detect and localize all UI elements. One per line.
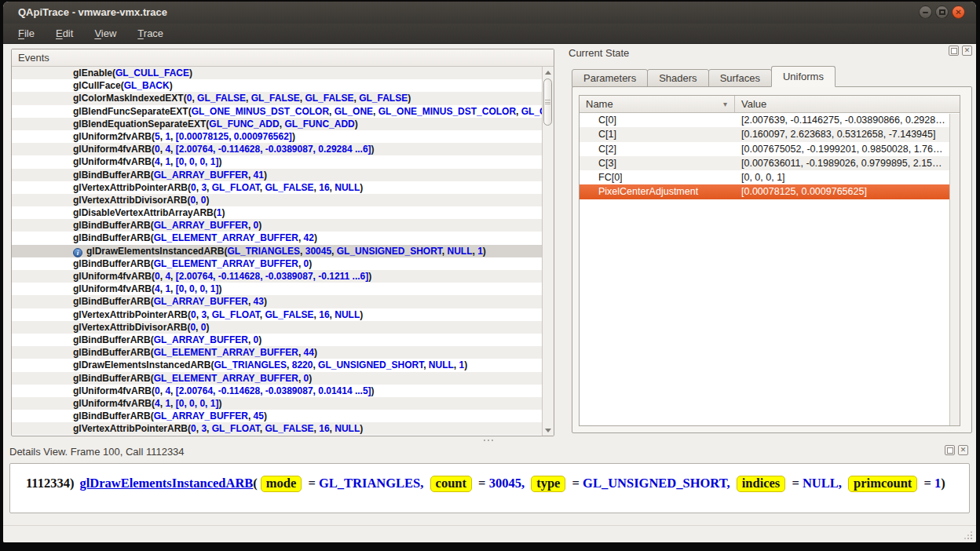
menu-trace[interactable]: Trace [137,27,163,39]
uniform-row[interactable]: C[0][2.007639, -0.1146275, -0.03890866, … [580,113,949,127]
uniform-row[interactable]: FC[0][0, 0, 0, 1] [580,170,949,184]
event-row[interactable]: glUniform4fvARB(0, 4, [2.00764, -0.11462… [12,270,542,283]
event-row[interactable]: glVertexAttribPointerARB(0, 3, GL_FLOAT,… [12,422,542,435]
event-argument: 0 [191,423,196,434]
event-argument: 43 [254,296,264,307]
event-row[interactable]: glVertexAttribPointerARB(0, 3, GL_FLOAT,… [12,308,542,321]
uniform-row[interactable]: C[3][0.007636011, -0.1989026, 0.9799895,… [580,156,949,170]
scroll-down-button[interactable] [543,425,554,436]
menu-file[interactable]: File [18,27,35,39]
events-column-header[interactable]: Events [12,49,554,67]
event-row[interactable]: iglDrawElementsInstancedARB(GL_TRIANGLES… [12,245,542,257]
dock-close-button[interactable]: ✕ [962,46,972,56]
event-row[interactable]: glColorMaskIndexedEXT(0, GL_FALSE, GL_FA… [12,92,542,104]
call-number: 1112334) [26,476,74,491]
event-function: glVertexAttribDivisorARB [73,195,187,206]
punctuation: ) [941,476,945,491]
event-function: glBindBufferARB [73,373,151,384]
event-row[interactable]: glUniform2fvARB(5, 1, [0.00078125, 0.000… [12,130,542,143]
call-function-link[interactable]: glDrawElementsInstancedARB [79,476,253,491]
param-value: GL_UNSIGNED_SHORT, [583,476,733,491]
details-float-button[interactable] [945,445,955,455]
tab-uniforms[interactable]: Uniforms [771,66,836,87]
event-row[interactable]: glBlendEquationSeparateEXT(GL_FUNC_ADD, … [12,118,542,130]
event-row[interactable]: glBindBufferARB(GL_ELEMENT_ARRAY_BUFFER,… [12,346,542,359]
event-row[interactable]: glBindBufferARB(GL_ARRAY_BUFFER, 41) [12,169,542,181]
titlebar[interactable]: QApiTrace - vmware-vmx.trace ✕ [3,2,976,24]
minimize-button[interactable] [919,5,932,19]
event-row[interactable]: glBindBufferARB(GL_ELEMENT_ARRAY_BUFFER,… [12,372,542,385]
scroll-up-button[interactable] [543,67,554,78]
punctuation: ) [314,347,317,358]
event-row[interactable]: glCullFace(GL_BACK) [12,79,542,92]
event-row[interactable]: glBlendFuncSeparateEXT(GL_ONE_MINUS_DST_… [12,105,542,118]
punctuation: , [373,106,378,117]
event-row[interactable]: glVertexAttribPointerARB(0, 3, GL_FLOAT,… [12,181,542,194]
event-row[interactable]: glBindBufferARB(GL_ARRAY_BUFFER, 0) [12,334,542,346]
event-row[interactable]: glBindBufferARB(GL_ELEMENT_ARRAY_BUFFER,… [12,232,542,244]
punctuation: ) [218,398,221,409]
event-row[interactable]: glDisableVertexAttribArrayARB(1) [12,206,542,219]
punctuation: ) [264,296,267,307]
event-function: glDrawElementsInstancedARB [73,359,210,370]
uniform-row[interactable]: C[1][0.160097, 2.623683, 0.5312658, -7.1… [580,127,949,141]
menu-edit[interactable]: Edit [56,27,73,39]
event-row[interactable]: glUniform4fvARB(4, 1, [0, 0, 0, 1]) [12,397,542,410]
event-row[interactable]: glBindBufferARB(GL_ARRAY_BUFFER, 45) [12,410,542,422]
event-row[interactable]: glDrawElementsInstancedARB(GL_TRIANGLES,… [12,359,542,371]
maximize-button[interactable] [935,5,949,19]
punctuation: , [246,93,251,104]
event-row[interactable]: glEnable(GL_CULL_FACE) [12,67,542,79]
splitter-handle[interactable] [484,440,493,441]
event-argument: GL_ARRAY_BUFFER [154,411,248,421]
event-argument: GL_FUNC_ADD [284,119,354,130]
event-argument: GL_ARRAY_BUFFER [154,170,248,181]
scrollbar-thumb[interactable] [543,78,552,126]
column-header-value[interactable]: Value [735,96,960,112]
event-row[interactable]: glUniform4fvARB(0, 4, [2.00764, -0.11462… [12,385,542,397]
event-argument: 0 [191,182,196,193]
event-argument: GL_ONE [335,106,373,117]
punctuation: , [170,131,176,142]
punctuation: ) [218,156,221,167]
tab-shaders[interactable]: Shaders [647,69,708,87]
event-row[interactable]: glUniform4fvARB(0, 4, [2.00764, -0.11462… [12,143,542,155]
details-close-button[interactable]: ✕ [958,445,968,455]
punctuation: , [207,182,212,193]
uniforms-table: Name ▾ Value C[0][2.007639, -0.1146275, … [579,95,960,426]
event-row[interactable]: glVertexAttribDivisorARB(0, 0) [12,321,542,334]
event-row[interactable]: glUniform4fvARB(4, 1, [0, 0, 0, 1]) [12,155,542,168]
uniforms-scrollbar[interactable] [949,114,960,425]
current-state-panel: Current State ✕ ParametersShadersSurface… [564,46,975,438]
tab-parameters[interactable]: Parameters [572,69,648,87]
tab-surfaces[interactable]: Surfaces [708,69,772,87]
event-argument: 0 [155,385,160,396]
event-argument: 41 [254,170,264,181]
punctuation: , [248,296,254,307]
resize-grip[interactable] [963,530,972,539]
event-argument: GL_ELEMENT_ARRAY_BUFFER [154,258,298,269]
event-row[interactable]: glBindBufferARB(GL_ARRAY_BUFFER, 43) [12,295,542,308]
uniform-value: [0.160097, 2.623683, 0.5312658, -7.14394… [735,127,949,141]
param-name-highlight: type [531,476,565,492]
punctuation: , [207,423,212,434]
menu-view[interactable]: View [94,27,116,39]
event-argument: 0 [155,271,160,282]
events-scrollbar[interactable] [542,67,554,436]
uniform-row[interactable]: C[2][0.007675052, -0.1999201, 0.9850028,… [580,142,949,156]
punctuation: , [298,232,304,243]
param-value: 30045, [489,476,528,491]
event-row[interactable]: glUniform4fvARB(4, 1, [0, 0, 0, 1]) [12,283,542,295]
punctuation: ) [371,144,375,155]
column-header-name[interactable]: Name ▾ [580,96,735,112]
punctuation: ) [360,423,363,434]
uniform-name: C[3] [580,156,735,170]
close-button[interactable]: ✕ [952,5,965,19]
dock-float-button[interactable] [949,46,959,56]
uniform-row[interactable]: PixelCenterAdjustment[0.00078125, 0.0009… [580,184,949,199]
event-row[interactable]: glBindBufferARB(GL_ELEMENT_ARRAY_BUFFER,… [12,257,542,270]
uniform-name: C[1] [580,127,735,141]
event-row[interactable]: glVertexAttribDivisorARB(0, 0) [12,194,542,206]
event-row[interactable]: glBindBufferARB(GL_ARRAY_BUFFER, 0) [12,219,542,232]
punctuation: ) [464,359,467,370]
